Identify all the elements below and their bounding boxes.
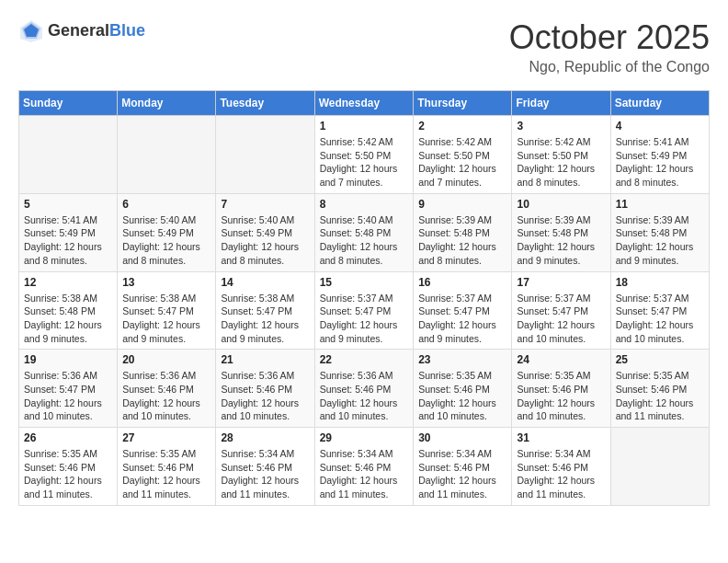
calendar-cell: 3Sunrise: 5:42 AMSunset: 5:50 PMDaylight… [512,116,610,194]
day-number: 15 [320,276,409,289]
day-info: Sunrise: 5:40 AMSunset: 5:49 PMDaylight:… [122,213,210,268]
day-info: Sunrise: 5:42 AMSunset: 5:50 PMDaylight:… [418,135,506,190]
day-info: Sunrise: 5:40 AMSunset: 5:48 PMDaylight:… [320,213,409,268]
day-number: 30 [418,431,506,444]
day-info: Sunrise: 5:34 AMSunset: 5:46 PMDaylight:… [418,447,506,501]
calendar-cell: 26Sunrise: 5:35 AMSunset: 5:46 PMDayligh… [19,428,118,506]
day-info: Sunrise: 5:38 AMSunset: 5:48 PMDaylight:… [24,292,112,346]
weekday-header: Friday [512,91,610,116]
location: Ngo, Republic of the Congo [509,59,710,75]
day-info: Sunrise: 5:41 AMSunset: 5:49 PMDaylight:… [616,135,704,190]
calendar-cell: 16Sunrise: 5:37 AMSunset: 5:47 PMDayligh… [414,271,512,350]
calendar-cell: 14Sunrise: 5:38 AMSunset: 5:47 PMDayligh… [216,271,314,350]
weekday-header: Thursday [414,91,512,116]
calendar-week-row: 19Sunrise: 5:36 AMSunset: 5:47 PMDayligh… [19,350,710,428]
calendar-cell: 9Sunrise: 5:39 AMSunset: 5:48 PMDaylight… [414,193,512,271]
day-info: Sunrise: 5:34 AMSunset: 5:46 PMDaylight:… [320,447,409,501]
calendar-cell [610,428,709,506]
calendar-cell: 29Sunrise: 5:34 AMSunset: 5:46 PMDayligh… [314,428,414,506]
day-number: 8 [320,198,409,211]
weekday-header-row: SundayMondayTuesdayWednesdayThursdayFrid… [19,91,710,116]
calendar-cell [19,116,118,194]
calendar: SundayMondayTuesdayWednesdayThursdayFrid… [18,90,710,506]
day-info: Sunrise: 5:37 AMSunset: 5:47 PMDaylight:… [418,292,506,346]
day-number: 1 [320,120,409,132]
weekday-header: Tuesday [216,91,314,116]
calendar-cell: 30Sunrise: 5:34 AMSunset: 5:46 PMDayligh… [414,428,512,506]
day-info: Sunrise: 5:39 AMSunset: 5:48 PMDaylight:… [517,213,605,268]
calendar-cell: 1Sunrise: 5:42 AMSunset: 5:50 PMDaylight… [314,116,414,194]
day-number: 14 [221,276,309,289]
calendar-week-row: 5Sunrise: 5:41 AMSunset: 5:49 PMDaylight… [19,193,710,271]
calendar-cell: 6Sunrise: 5:40 AMSunset: 5:49 PMDaylight… [118,193,216,271]
day-number: 29 [320,431,409,444]
logo: General Blue [18,18,145,44]
weekday-header: Wednesday [314,91,414,116]
day-number: 5 [24,198,112,211]
calendar-cell: 13Sunrise: 5:38 AMSunset: 5:47 PMDayligh… [118,271,216,350]
day-info: Sunrise: 5:35 AMSunset: 5:46 PMDaylight:… [24,447,112,501]
day-info: Sunrise: 5:34 AMSunset: 5:46 PMDaylight:… [221,447,309,501]
calendar-week-row: 1Sunrise: 5:42 AMSunset: 5:50 PMDaylight… [19,116,710,194]
day-info: Sunrise: 5:38 AMSunset: 5:47 PMDaylight:… [122,292,210,346]
day-number: 26 [24,431,112,444]
weekday-header: Monday [118,91,216,116]
calendar-cell: 28Sunrise: 5:34 AMSunset: 5:46 PMDayligh… [216,428,314,506]
day-info: Sunrise: 5:36 AMSunset: 5:46 PMDaylight:… [221,369,309,423]
calendar-cell: 10Sunrise: 5:39 AMSunset: 5:48 PMDayligh… [512,193,610,271]
day-info: Sunrise: 5:36 AMSunset: 5:47 PMDaylight:… [24,369,112,423]
calendar-cell: 12Sunrise: 5:38 AMSunset: 5:48 PMDayligh… [19,271,118,350]
calendar-cell: 23Sunrise: 5:35 AMSunset: 5:46 PMDayligh… [414,350,512,428]
calendar-cell: 2Sunrise: 5:42 AMSunset: 5:50 PMDaylight… [414,116,512,194]
day-number: 11 [616,198,704,211]
calendar-cell: 7Sunrise: 5:40 AMSunset: 5:49 PMDaylight… [216,193,314,271]
day-number: 19 [24,353,112,366]
day-number: 27 [122,431,210,444]
calendar-cell: 5Sunrise: 5:41 AMSunset: 5:49 PMDaylight… [19,193,118,271]
calendar-cell: 22Sunrise: 5:36 AMSunset: 5:46 PMDayligh… [314,350,414,428]
day-info: Sunrise: 5:37 AMSunset: 5:47 PMDaylight:… [320,292,409,346]
logo-icon [18,18,44,44]
day-number: 7 [221,198,309,211]
logo-blue: Blue [109,21,145,41]
day-info: Sunrise: 5:34 AMSunset: 5:46 PMDaylight:… [517,447,605,501]
day-info: Sunrise: 5:35 AMSunset: 5:46 PMDaylight:… [517,369,605,423]
day-info: Sunrise: 5:42 AMSunset: 5:50 PMDaylight:… [517,135,605,190]
day-info: Sunrise: 5:39 AMSunset: 5:48 PMDaylight:… [418,213,506,268]
day-info: Sunrise: 5:35 AMSunset: 5:46 PMDaylight:… [418,369,506,423]
day-info: Sunrise: 5:38 AMSunset: 5:47 PMDaylight:… [221,292,309,346]
calendar-cell: 18Sunrise: 5:37 AMSunset: 5:47 PMDayligh… [610,271,709,350]
calendar-cell: 27Sunrise: 5:35 AMSunset: 5:46 PMDayligh… [118,428,216,506]
day-number: 22 [320,353,409,366]
day-number: 25 [616,353,704,366]
month-title: October 2025 [509,18,710,57]
day-number: 17 [517,276,605,289]
day-info: Sunrise: 5:37 AMSunset: 5:47 PMDaylight:… [517,292,605,346]
title-block: October 2025 Ngo, Republic of the Congo [509,18,710,75]
calendar-week-row: 26Sunrise: 5:35 AMSunset: 5:46 PMDayligh… [19,428,710,506]
weekday-header: Saturday [610,91,709,116]
calendar-cell: 20Sunrise: 5:36 AMSunset: 5:46 PMDayligh… [118,350,216,428]
calendar-cell [118,116,216,194]
calendar-cell: 17Sunrise: 5:37 AMSunset: 5:47 PMDayligh… [512,271,610,350]
day-number: 13 [122,276,210,289]
day-info: Sunrise: 5:36 AMSunset: 5:46 PMDaylight:… [122,369,210,423]
day-number: 24 [517,353,605,366]
day-number: 28 [221,431,309,444]
day-info: Sunrise: 5:36 AMSunset: 5:46 PMDaylight:… [320,369,409,423]
day-info: Sunrise: 5:37 AMSunset: 5:47 PMDaylight:… [616,292,704,346]
calendar-cell: 31Sunrise: 5:34 AMSunset: 5:46 PMDayligh… [512,428,610,506]
calendar-cell: 15Sunrise: 5:37 AMSunset: 5:47 PMDayligh… [314,271,414,350]
day-info: Sunrise: 5:39 AMSunset: 5:48 PMDaylight:… [616,213,704,268]
day-number: 10 [517,198,605,211]
day-number: 31 [517,431,605,444]
calendar-cell: 11Sunrise: 5:39 AMSunset: 5:48 PMDayligh… [610,193,709,271]
page-header: General Blue October 2025 Ngo, Republic … [18,18,710,75]
day-number: 3 [517,120,605,132]
day-number: 9 [418,198,506,211]
day-number: 4 [616,120,704,132]
day-number: 2 [418,120,506,132]
calendar-cell: 4Sunrise: 5:41 AMSunset: 5:49 PMDaylight… [610,116,709,194]
day-info: Sunrise: 5:42 AMSunset: 5:50 PMDaylight:… [320,135,409,190]
logo-text: General Blue [48,21,145,41]
